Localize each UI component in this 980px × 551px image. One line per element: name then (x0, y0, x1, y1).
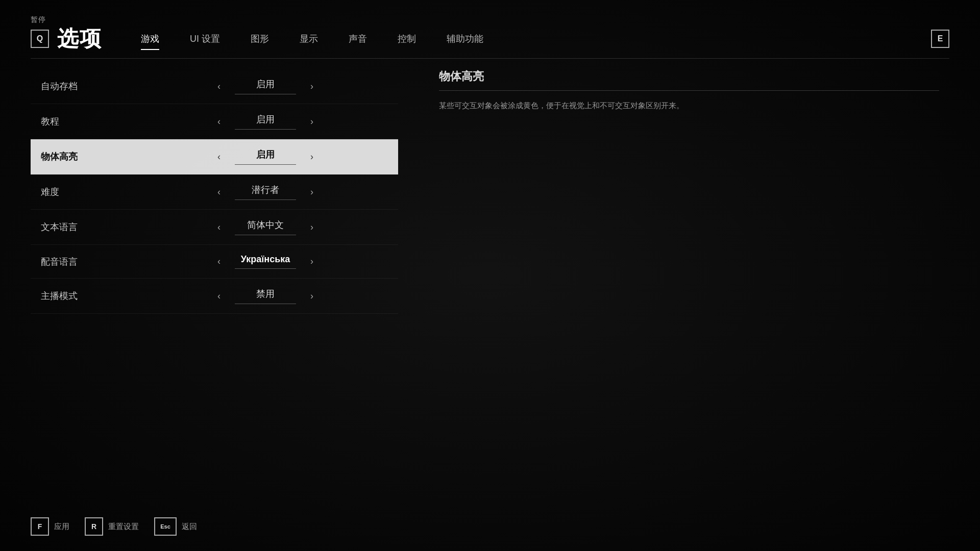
footer-action-back[interactable]: Esc 返回 (154, 517, 197, 536)
setting-label-highlight: 物体高亮 (41, 151, 143, 163)
right-key-badge[interactable]: E (931, 30, 949, 48)
footer-label-back: 返回 (182, 522, 197, 532)
setting-label-audio-lang: 配音语言 (41, 256, 143, 268)
setting-label-difficulty: 难度 (41, 186, 143, 198)
setting-label-streamer: 主播模式 (41, 290, 143, 302)
setting-value-streamer: 禁用 (235, 288, 296, 302)
setting-value-highlight: 启用 (235, 148, 296, 163)
setting-row-highlight[interactable]: 物体高亮 ‹ 启用 › (31, 139, 398, 174)
footer-label-reset: 重置设置 (108, 522, 139, 532)
arrow-left-highlight[interactable]: ‹ (213, 149, 225, 164)
arrow-right-tutorial[interactable]: › (306, 114, 317, 129)
arrow-right-highlight[interactable]: › (306, 149, 317, 164)
setting-value-tutorial: 启用 (235, 113, 296, 128)
setting-label-autosave: 自动存档 (41, 80, 143, 92)
arrow-right-audio-lang[interactable]: › (306, 254, 317, 269)
arrow-left-autosave[interactable]: ‹ (213, 79, 225, 94)
tab-control[interactable]: 控制 (382, 29, 431, 49)
footer-key-back: Esc (154, 517, 177, 536)
left-key-badge[interactable]: Q (31, 30, 49, 48)
arrow-left-difficulty[interactable]: ‹ (213, 185, 225, 199)
tab-game[interactable]: 游戏 (126, 29, 175, 49)
arrow-right-text-lang[interactable]: › (306, 220, 317, 235)
arrow-right-streamer[interactable]: › (306, 289, 317, 304)
setting-value-autosave: 启用 (235, 78, 296, 92)
description-text: 某些可交互对象会被涂成黄色，便于在视觉上和不可交互对象区别开来。 (439, 99, 939, 112)
description-panel: 物体高亮 某些可交互对象会被涂成黄色，便于在视觉上和不可交互对象区别开来。 (429, 69, 949, 507)
setting-row-streamer[interactable]: 主播模式 ‹ 禁用 › (31, 279, 398, 314)
setting-row-audio-lang[interactable]: 配音语言 ‹ Українська › (31, 245, 398, 279)
arrow-left-text-lang[interactable]: ‹ (213, 220, 225, 235)
settings-list: 自动存档 ‹ 启用 › 教程 ‹ 启用 (31, 69, 398, 507)
setting-row-tutorial[interactable]: 教程 ‹ 启用 › (31, 104, 398, 139)
footer-action-apply[interactable]: F 应用 (31, 517, 69, 536)
footer-key-reset: R (85, 517, 103, 536)
tab-display[interactable]: 显示 (284, 29, 333, 49)
setting-row-difficulty[interactable]: 难度 ‹ 潜行者 › (31, 174, 398, 210)
description-title: 物体高亮 (439, 69, 939, 91)
arrow-left-audio-lang[interactable]: ‹ (213, 254, 225, 269)
setting-label-tutorial: 教程 (41, 115, 143, 128)
setting-value-audio-lang: Українська (235, 254, 296, 267)
setting-value-difficulty: 潜行者 (235, 184, 296, 198)
setting-row-autosave[interactable]: 自动存档 ‹ 启用 › (31, 69, 398, 104)
arrow-right-autosave[interactable]: › (306, 79, 317, 94)
arrow-left-tutorial[interactable]: ‹ (213, 114, 225, 129)
footer: F 应用 R 重置设置 Esc 返回 (0, 507, 980, 551)
tab-accessibility[interactable]: 辅助功能 (431, 29, 499, 49)
arrow-left-streamer[interactable]: ‹ (213, 289, 225, 304)
tab-sound[interactable]: 声音 (333, 29, 382, 49)
setting-row-text-lang[interactable]: 文本语言 ‹ 简体中文 › (31, 210, 398, 245)
tab-ui[interactable]: UI 设置 (175, 29, 235, 49)
footer-action-reset[interactable]: R 重置设置 (85, 517, 139, 536)
pause-label: 暂停 (31, 15, 46, 24)
page-title: 选项 (57, 24, 102, 53)
footer-label-apply: 应用 (54, 522, 69, 532)
setting-value-text-lang: 简体中文 (235, 219, 296, 233)
footer-key-apply: F (31, 517, 49, 536)
setting-label-text-lang: 文本语言 (41, 221, 143, 233)
tab-graphics[interactable]: 图形 (235, 29, 284, 49)
nav-tabs: 游戏 UI 设置 图形 显示 声音 控制 辅助功能 (126, 29, 923, 49)
arrow-right-difficulty[interactable]: › (306, 185, 317, 199)
